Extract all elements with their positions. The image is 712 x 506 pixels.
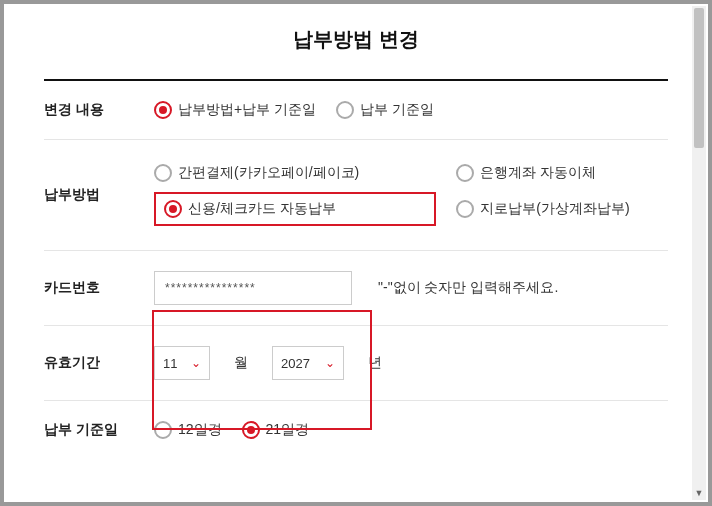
radio-icon: [456, 164, 474, 182]
change-content-options: 납부방법+납부 기준일 납부 기준일: [154, 101, 668, 119]
radio-icon: [242, 421, 260, 439]
radio-day-12[interactable]: 12일경: [154, 421, 222, 439]
radio-icon: [154, 164, 172, 182]
radio-label: 납부방법+납부 기준일: [178, 101, 316, 119]
radio-label: 납부 기준일: [360, 101, 434, 119]
radio-simple-pay[interactable]: 간편결제(카카오페이/페이코): [154, 164, 436, 182]
radio-icon: [154, 421, 172, 439]
label-expiry: 유효기간: [44, 354, 154, 372]
radio-label: 간편결제(카카오페이/페이코): [178, 164, 359, 182]
card-number-input[interactable]: [154, 271, 352, 305]
label-change-content: 변경 내용: [44, 101, 154, 119]
radio-giro[interactable]: 지로납부(가상계좌납부): [456, 200, 668, 218]
radio-date-only[interactable]: 납부 기준일: [336, 101, 434, 119]
chevron-down-icon: ⌄: [325, 356, 335, 370]
expiry-content: 11 ⌄ 월 2027 ⌄ 년: [154, 346, 668, 380]
radio-bank-transfer[interactable]: 은행계좌 자동이체: [456, 164, 668, 182]
dialog-window: 납부방법 변경 변경 내용 납부방법+납부 기준일 납부 기준일 납부방법 간편…: [4, 4, 708, 502]
row-card-number: 카드번호 "-"없이 숫자만 입력해주세요.: [44, 251, 668, 326]
radio-label: 지로납부(가상계좌납부): [480, 200, 629, 218]
radio-label: 21일경: [266, 421, 310, 439]
row-expiry: 유효기간 11 ⌄ 월 2027 ⌄ 년: [44, 326, 668, 401]
expiry-month-select[interactable]: 11 ⌄: [154, 346, 210, 380]
radio-label: 신용/체크카드 자동납부: [188, 200, 336, 218]
radio-label: 은행계좌 자동이체: [480, 164, 596, 182]
scrollbar-thumb[interactable]: [694, 8, 704, 148]
radio-day-21[interactable]: 21일경: [242, 421, 310, 439]
label-payment-method: 납부방법: [44, 186, 154, 204]
expiry-year-select[interactable]: 2027 ⌄: [272, 346, 344, 380]
dialog-title: 납부방법 변경: [4, 26, 708, 53]
radio-label: 12일경: [178, 421, 222, 439]
vertical-scrollbar[interactable]: ▲ ▼: [692, 6, 706, 500]
card-number-hint: "-"없이 숫자만 입력해주세요.: [378, 279, 558, 297]
dialog-header: 납부방법 변경: [4, 4, 708, 69]
expiry-month-unit: 월: [234, 354, 248, 372]
scroll-down-icon: ▼: [692, 486, 706, 500]
radio-icon: [336, 101, 354, 119]
expiry-month-value: 11: [163, 356, 177, 371]
radio-card-autopay[interactable]: 신용/체크카드 자동납부: [154, 192, 436, 226]
due-date-options: 12일경 21일경: [154, 421, 668, 439]
radio-icon: [164, 200, 182, 218]
row-change-content: 변경 내용 납부방법+납부 기준일 납부 기준일: [44, 81, 668, 140]
row-payment-method: 납부방법 간편결제(카카오페이/페이코) 은행계좌 자동이체 신용/체크카드 자…: [44, 140, 668, 251]
chevron-down-icon: ⌄: [191, 356, 201, 370]
radio-icon: [154, 101, 172, 119]
payment-method-options: 간편결제(카카오페이/페이코) 은행계좌 자동이체 신용/체크카드 자동납부 지…: [154, 164, 668, 226]
label-due-date: 납부 기준일: [44, 421, 154, 439]
label-card-number: 카드번호: [44, 279, 154, 297]
card-number-content: "-"없이 숫자만 입력해주세요.: [154, 271, 668, 305]
expiry-year-unit: 년: [368, 354, 382, 372]
row-due-date: 납부 기준일 12일경 21일경: [44, 401, 668, 459]
radio-icon: [456, 200, 474, 218]
expiry-year-value: 2027: [281, 356, 310, 371]
radio-method-and-date[interactable]: 납부방법+납부 기준일: [154, 101, 316, 119]
